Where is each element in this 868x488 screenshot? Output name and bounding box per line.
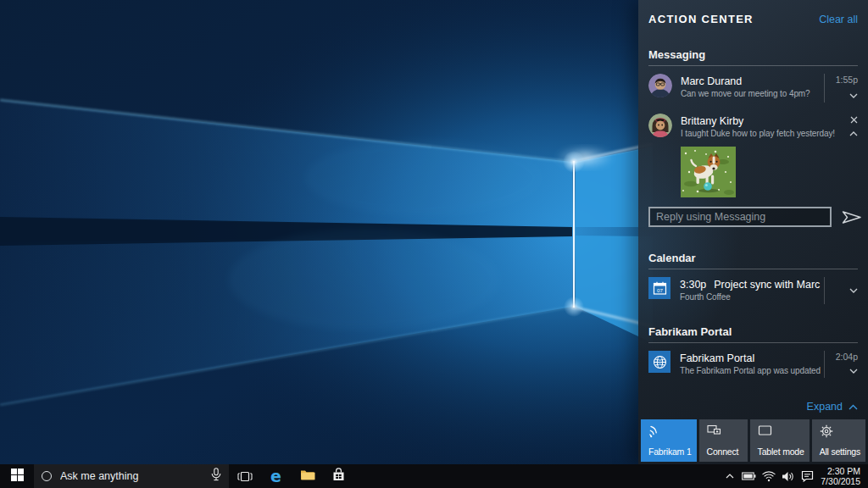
- settings-gear-icon: [820, 424, 860, 441]
- notification-marc-durand[interactable]: Marc Durand Can we move our meeting to 4…: [648, 74, 858, 103]
- windows-logo-icon: [11, 469, 24, 485]
- clock-date: 7/30/2015: [821, 476, 860, 486]
- fabrikam-section-label: Fabrikam Portal: [648, 325, 858, 338]
- close-icon[interactable]: [850, 114, 858, 125]
- store-bag-icon: [332, 468, 345, 485]
- calendar-section-label: Calendar: [648, 252, 858, 264]
- cortana-icon: [42, 471, 52, 481]
- calendar-icon: 07: [648, 277, 670, 299]
- windows-store-button[interactable]: [323, 464, 354, 488]
- action-center-panel: ACTION CENTER Clear all Messaging: [638, 0, 868, 464]
- chevron-down-icon[interactable]: [849, 286, 858, 296]
- wifi-tray-icon[interactable]: [759, 464, 778, 488]
- volume-icon[interactable]: [778, 464, 798, 488]
- quick-action-fabrikam1[interactable]: Fabrikam 1: [641, 419, 697, 462]
- quick-actions-row: Fabrikam 1 Connect: [641, 419, 865, 462]
- edge-browser-button[interactable]: e: [260, 464, 292, 488]
- chevron-down-icon[interactable]: [849, 366, 858, 376]
- event-title: Project sync with Marc: [714, 278, 820, 291]
- edge-icon: e: [270, 469, 281, 485]
- windows-desktop: ACTION CENTER Clear all Messaging: [0, 0, 868, 488]
- taskbar-clock[interactable]: 2:30 PM 7/30/2015: [817, 464, 868, 488]
- event-time: 3:30p: [680, 278, 706, 291]
- folder-icon: [300, 469, 315, 484]
- notification-time: 2:04p: [836, 352, 858, 362]
- taskbar-spacer: [354, 464, 720, 488]
- quick-action-all-settings[interactable]: All settings: [812, 419, 865, 462]
- event-location: Fourth Coffee: [680, 291, 819, 303]
- notification-time: 1:55p: [836, 75, 858, 85]
- send-icon[interactable]: [841, 209, 862, 225]
- notification-sender: Marc Durand: [681, 75, 819, 88]
- battery-icon[interactable]: [739, 464, 759, 488]
- notification-fabrikam-portal[interactable]: Fabrikam Portal The Fabrikam Portal app …: [648, 351, 858, 378]
- chevron-down-icon[interactable]: [849, 91, 858, 101]
- section-divider: [648, 269, 858, 269]
- section-divider: [648, 342, 858, 343]
- svg-text:07: 07: [657, 286, 663, 292]
- notification-sender: Brittany Kirby: [681, 114, 829, 128]
- quick-action-connect[interactable]: Connect: [699, 419, 748, 462]
- globe-icon: [648, 351, 670, 373]
- file-explorer-button[interactable]: [292, 464, 323, 488]
- action-center-title: ACTION CENTER: [648, 13, 754, 25]
- clear-all-link[interactable]: Clear all: [819, 14, 858, 25]
- messaging-section-label: Messaging: [648, 48, 858, 61]
- wifi-icon: [648, 424, 692, 441]
- taskbar-search-box[interactable]: [34, 464, 229, 488]
- quick-action-tablet-mode[interactable]: Tablet mode: [750, 419, 810, 462]
- reply-input[interactable]: [648, 207, 832, 227]
- microphone-icon[interactable]: [211, 468, 221, 485]
- notification-message: I taught Duke how to play fetch yesterda…: [681, 128, 829, 140]
- task-view-button[interactable]: [229, 464, 260, 488]
- tablet-mode-icon: [758, 424, 804, 440]
- start-button[interactable]: [0, 464, 34, 488]
- notification-title: Fabrikam Portal: [680, 352, 819, 365]
- notification-message: The Fabrikam Portal app was updated: [680, 365, 819, 377]
- notification-message: Can we move our meeting to 4pm?: [681, 88, 819, 100]
- action-center-tray-icon[interactable]: [798, 464, 817, 488]
- connect-icon: [707, 424, 743, 441]
- taskbar: e: [0, 464, 868, 488]
- section-divider: [648, 65, 858, 66]
- message-photo-dog[interactable]: [681, 147, 736, 197]
- tray-show-hidden-icons-button[interactable]: [720, 464, 739, 488]
- avatar-brittany: [648, 114, 672, 137]
- notification-brittany-kirby[interactable]: Brittany Kirby I taught Duke how to play…: [648, 114, 858, 141]
- expand-link[interactable]: Expand: [807, 401, 858, 413]
- notification-calendar-event[interactable]: 07 3:30p Project sync with Marc Fourth C…: [648, 277, 858, 304]
- avatar-marc: [648, 74, 672, 97]
- chevron-up-icon[interactable]: [849, 129, 858, 139]
- search-input[interactable]: [60, 470, 211, 482]
- chevron-up-icon: [849, 401, 858, 413]
- clock-time: 2:30 PM: [827, 466, 860, 476]
